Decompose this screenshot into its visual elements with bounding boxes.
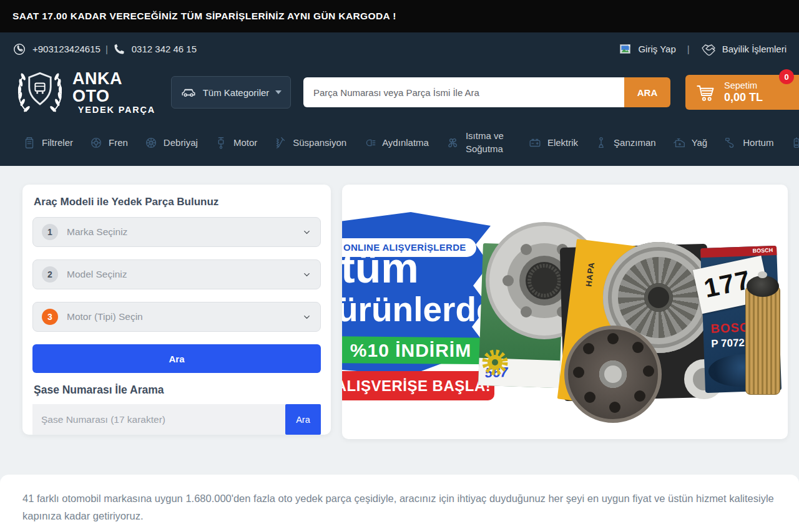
intro-section: 41 farklı otomobil markasına uygun 1.680… [0,475,799,532]
nav-item-filtreler[interactable]: Filtreler [22,136,73,150]
nav-item-fren[interactable]: Fren [89,136,128,150]
car-icon [180,84,197,100]
fan-icon [445,135,460,150]
whatsapp-number: +903123424615 [32,44,100,54]
handshake-icon [701,42,716,57]
nav-item-isitma-sogutma[interactable]: Isıtma ve Soğutma [445,130,512,155]
chevron-down-icon [302,270,311,279]
cart-icon [695,83,717,102]
brand-select[interactable]: 1 Marka Seçiniz [32,217,321,247]
gear-shift-icon [594,136,608,150]
step-badge-3: 3 [42,309,58,325]
cart-button[interactable]: Sepetim 0,00 TL 0 [685,75,799,110]
header: +903123424615 | 0312 342 46 15 Giriş Yap [0,32,799,166]
vin-search-title: Şase Numarası İle Arama [34,384,321,397]
finder-search-button[interactable]: Ara [32,344,321,373]
nav-item-sensor[interactable]: Sensör [790,136,799,150]
nav-item-debriyaj[interactable]: Debriyaj [144,136,198,150]
oil-filter-element-photo [745,286,780,395]
logo-text: ANKA OTO YEDEK PARÇA [72,70,161,115]
account-links: Giriş Yap | Bayilik İşlemleri [619,42,787,57]
chevron-down-icon [275,90,282,94]
finder-title: Araç Modeli ile Yedek Parça Bulunuz [34,196,321,208]
shock-absorber-icon [273,136,287,150]
search-button[interactable]: ARA [624,77,670,107]
clutch-disc-photo [564,326,662,423]
banner-line2: ürünlerde [342,292,496,328]
login-link[interactable]: Giriş Yap [638,44,675,54]
nav-item-elektrik[interactable]: Elektrik [528,136,578,150]
announcement-text: SAAT 17.00 KADAR VERECEĞİNİZ TÜM SİPARİŞ… [12,11,396,22]
cart-text: Sepetim 0,00 TL [724,80,763,105]
sensor-icon [790,136,799,150]
hose-icon [723,136,737,150]
header-main-row: ANKA OTO YEDEK PARÇA Tüm Kategoriler ARA [0,65,799,119]
chevron-down-icon [302,228,311,237]
chevron-down-icon [302,312,311,322]
nav-item-aydinlatma[interactable]: Aydınlatma [363,136,429,150]
announcement-bar: SAAT 17.00 KADAR VERECEĞİNİZ TÜM SİPARİŞ… [0,0,799,32]
promo-banner[interactable]: ONLINE ALIŞVERİŞLERDE tüm ürünlerde %10 … [342,185,788,439]
vehicle-finder-card: Araç Modeli ile Yedek Parça Bulunuz 1 Ma… [22,185,331,435]
nav-item-hortum[interactable]: Hortum [723,136,773,150]
vin-search-row: Ara [32,404,321,435]
dealer-link[interactable]: Bayilik İşlemleri [722,44,787,54]
phone-icon [113,43,125,56]
whatsapp-icon [12,42,26,56]
separator: | [105,44,108,54]
whatsapp-link[interactable]: +903123424615 [12,42,100,56]
cart-total: 0,00 TL [724,91,763,105]
vin-search-button[interactable]: Ara [285,404,321,435]
search-input[interactable] [303,77,624,107]
phone-link[interactable]: 0312 342 46 15 [113,43,197,56]
logo-emblem-icon [12,67,67,118]
intro-paragraph: 41 farklı otomobil markasına uygun 1.680… [22,490,777,525]
cart-count-badge: 0 [779,69,794,84]
brake-disc-icon [89,136,103,150]
categories-button[interactable]: Tüm Kategoriler [171,76,291,109]
logo-line2: YEDEK PARÇA [72,105,161,115]
clutch-icon [144,136,158,150]
hero-section: Araç Modeli ile Yedek Parça Bulunuz 1 Ma… [0,166,799,439]
engine-select[interactable]: 3 Motor (Tipi) Seçin [32,302,321,332]
nav-item-sanziman[interactable]: Şanzıman [594,136,656,150]
category-nav: Filtreler Fren Debriyaj Motor Süspansiyo… [0,119,799,166]
battery-icon [528,136,542,150]
separator: | [687,44,690,54]
clipped-next-paragraph: 41 farklı otomobil markasına uygun 1.680… [22,528,777,532]
oil-can-icon [672,136,686,150]
cta-button[interactable]: ALIŞVERİŞE BAŞLA! [342,371,494,400]
step-badge-2: 2 [42,266,58,283]
logo-line1: ANKA OTO [72,70,161,105]
contact-row: +903123424615 | 0312 342 46 15 Giriş Yap [0,32,799,65]
search-bar: ARA [303,77,670,107]
headlight-icon [363,136,376,150]
nav-item-suspansiyon[interactable]: Süspansiyon [273,136,346,150]
phone-number: 0312 342 46 15 [132,44,197,54]
banner-line1: tüm [342,246,419,290]
filter-icon [22,136,36,150]
model-select[interactable]: 2 Model Seçiniz [32,259,321,289]
nav-item-motor[interactable]: Motor [214,136,257,150]
vin-input[interactable] [32,404,285,435]
discount-bar: %10 İNDİRİM [342,336,489,364]
piston-icon [214,136,228,150]
nav-item-yag[interactable]: Yağ [672,136,708,150]
step-badge-1: 1 [42,224,58,240]
cart-label: Sepetim [724,80,763,91]
login-image-icon [619,42,632,56]
categories-label: Tüm Kategoriler [203,87,270,98]
site-logo[interactable]: ANKA OTO YEDEK PARÇA [12,67,161,118]
